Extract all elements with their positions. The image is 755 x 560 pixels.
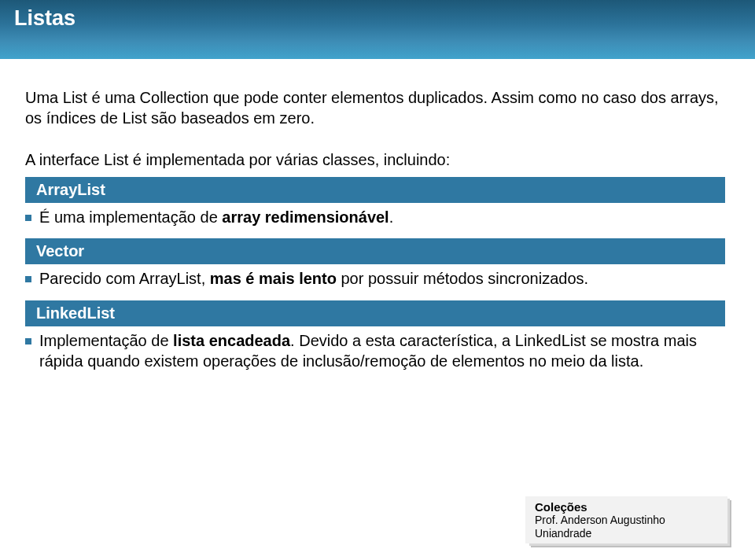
bullet-marker-icon xyxy=(25,215,31,221)
section-label-vector: Vector xyxy=(25,238,725,264)
intro-paragraph-1: Uma List é uma Collection que pode conte… xyxy=(25,88,725,128)
intro-paragraph-2: A interface List é implementada por vári… xyxy=(25,150,725,171)
body-content: Uma List é uma Collection que pode conte… xyxy=(25,88,725,382)
text-after: . xyxy=(389,208,394,226)
text-bold: lista encadeada xyxy=(173,332,290,349)
bullet-marker-icon xyxy=(25,338,31,344)
footer-school: Uniandrade xyxy=(535,527,718,540)
footer-author: Prof. Anderson Augustinho xyxy=(535,514,718,527)
bullet-arraylist: É uma implementação de array redimension… xyxy=(25,208,725,228)
bullet-marker-icon xyxy=(25,276,31,282)
text-bold: mas é mais lento xyxy=(210,270,337,287)
section-label-arraylist: ArrayList xyxy=(25,177,725,203)
text-before: Parecido com ArrayList, xyxy=(39,270,210,287)
text-bold: array redimensionável xyxy=(222,208,389,226)
bullet-vector: Parecido com ArrayList, mas é mais lento… xyxy=(25,269,725,289)
text-before: Implementação de xyxy=(39,332,173,349)
footer-inner: Coleções Prof. Anderson Augustinho Unian… xyxy=(525,496,727,543)
bullet-text-linkedlist: Implementação de lista encadeada. Devido… xyxy=(39,331,725,371)
section-label-linkedlist: LinkedList xyxy=(25,300,725,326)
bullet-linkedlist: Implementação de lista encadeada. Devido… xyxy=(25,331,725,371)
text-before: É uma implementação de xyxy=(39,208,222,226)
page-title: Listas xyxy=(14,6,76,31)
bullet-text-arraylist: É uma implementação de array redimension… xyxy=(39,208,393,228)
footer-box: Coleções Prof. Anderson Augustinho Unian… xyxy=(529,499,730,546)
text-after: por possuir métodos sincronizados. xyxy=(337,270,588,287)
header-band xyxy=(0,0,755,59)
bullet-text-vector: Parecido com ArrayList, mas é mais lento… xyxy=(39,269,588,289)
footer-title: Coleções xyxy=(535,500,718,514)
